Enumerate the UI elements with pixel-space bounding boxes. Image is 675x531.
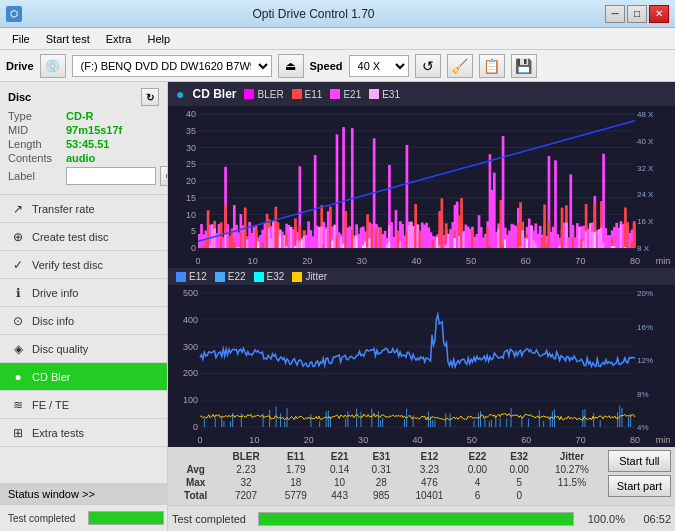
disc-header: Disc ↻: [8, 88, 159, 106]
stats-table: BLER E11 E21 E31 E12 E22 E32 Jitter Avg …: [172, 450, 604, 502]
stats-col-jitter: Jitter: [540, 450, 604, 463]
stats-col-e32: E32: [498, 450, 540, 463]
drive-bar: Drive 💿 (F:) BENQ DVD DD DW1620 B7W9 ⏏ S…: [0, 50, 675, 82]
sidebar-label-disc-info: Disc info: [32, 315, 74, 327]
sidebar-item-verify-test-disc[interactable]: ✓ Verify test disc: [0, 251, 167, 279]
status-window-label: Status window >>: [8, 488, 95, 500]
sidebar-item-create-test-disc[interactable]: ⊕ Create test disc: [0, 223, 167, 251]
disc-panel: Disc ↻ Type CD-R MID 97m15s17f Length 53…: [0, 82, 167, 195]
stats-max-jitter: 11.5%: [540, 476, 604, 489]
top-chart-canvas: [168, 106, 675, 268]
stats-total-e11: 5779: [273, 489, 319, 502]
disc-contents-label: Contents: [8, 152, 66, 164]
disc-title: Disc: [8, 91, 31, 103]
clear-icon[interactable]: 🧹: [447, 54, 473, 78]
stats-max-bler: 32: [219, 476, 273, 489]
stats-col-empty: [172, 450, 219, 463]
label-input[interactable]: [66, 167, 156, 185]
sidebar-label-verify-test-disc: Verify test disc: [32, 259, 103, 271]
stats-col-e21: E21: [319, 450, 361, 463]
disc-refresh-button[interactable]: ↻: [141, 88, 159, 106]
stats-max-label: Max: [172, 476, 219, 489]
sidebar-item-drive-info[interactable]: ℹ Drive info: [0, 279, 167, 307]
disc-type-label: Type: [8, 110, 66, 122]
speed-label: Speed: [310, 60, 343, 72]
transfer-rate-icon: ↗: [10, 202, 26, 216]
create-test-disc-icon: ⊕: [10, 230, 26, 244]
stats-col-bler: BLER: [219, 450, 273, 463]
disc-quality-icon: ◈: [10, 342, 26, 356]
legend-e22: E22: [215, 271, 246, 282]
disc-contents-value: audio: [66, 152, 95, 164]
bottom-bar: Test completed 100.0% 06:52: [168, 505, 675, 531]
legend-bler: BLER: [244, 89, 283, 100]
menu-help[interactable]: Help: [139, 31, 178, 47]
stats-max-row: Max 32 18 10 28 476 4 5 11.5%: [172, 476, 604, 489]
stats-max-e22: 4: [457, 476, 499, 489]
menu-extra[interactable]: Extra: [98, 31, 140, 47]
maximize-button[interactable]: □: [627, 5, 647, 23]
stats-avg-label: Avg: [172, 463, 219, 476]
bottom-complete-text: Test completed: [172, 513, 252, 525]
main-layout: Disc ↻ Type CD-R MID 97m15s17f Length 53…: [0, 82, 675, 531]
chart-title-icon: ●: [176, 86, 184, 102]
disc-type-row: Type CD-R: [8, 110, 159, 122]
stats-col-e31: E31: [360, 450, 402, 463]
status-window-button[interactable]: Status window >>: [0, 483, 168, 505]
stats-avg-jitter: 10.27%: [540, 463, 604, 476]
sidebar-nav: ↗ Transfer rate ⊕ Create test disc ✓ Ver…: [0, 195, 167, 531]
sidebar-item-extra-tests[interactable]: ⊞ Extra tests: [0, 419, 167, 447]
bottom-time-text: 06:52: [631, 513, 671, 525]
disc-mid-value: 97m15s17f: [66, 124, 122, 136]
fe-te-icon: ≋: [10, 398, 26, 412]
stats-col-e12: E12: [402, 450, 456, 463]
drive-info-icon: ℹ: [10, 286, 26, 300]
disc-type-value: CD-R: [66, 110, 94, 122]
menu-start-test[interactable]: Start test: [38, 31, 98, 47]
sidebar-label-extra-tests: Extra tests: [32, 427, 84, 439]
progress-bar-fill: [89, 512, 163, 524]
sidebar-item-fe-te[interactable]: ≋ FE / TE: [0, 391, 167, 419]
stats-avg-e22: 0.00: [457, 463, 499, 476]
disc-info-icon: ⊙: [10, 314, 26, 328]
stats-col-e11: E11: [273, 450, 319, 463]
stats-total-jitter: [540, 489, 604, 502]
eject-button[interactable]: ⏏: [278, 54, 304, 78]
copy-icon[interactable]: 📋: [479, 54, 505, 78]
title-bar: ⬡ Opti Drive Control 1.70 ─ □ ✕: [0, 0, 675, 28]
sidebar-item-disc-quality[interactable]: ◈ Disc quality: [0, 335, 167, 363]
legend-e32: E32: [254, 271, 285, 282]
refresh-speed-icon[interactable]: ↺: [415, 54, 441, 78]
menu-bar: File Start test Extra Help: [0, 28, 675, 50]
minimize-button[interactable]: ─: [605, 5, 625, 23]
start-part-button[interactable]: Start part: [608, 475, 671, 497]
chart-title: CD Bler: [192, 87, 236, 101]
menu-file[interactable]: File: [4, 31, 38, 47]
bottom-chart-header: E12 E22 E32 Jitter: [168, 268, 675, 285]
sidebar-item-disc-info[interactable]: ⊙ Disc info: [0, 307, 167, 335]
legend-e21-color: [330, 89, 340, 99]
extra-tests-icon: ⊞: [10, 426, 26, 440]
stats-col-e22: E22: [457, 450, 499, 463]
disc-mid-row: MID 97m15s17f: [8, 124, 159, 136]
stats-area: BLER E11 E21 E31 E12 E22 E32 Jitter Avg …: [168, 447, 675, 505]
drive-icon: 💿: [40, 54, 66, 78]
stats-avg-e21: 0.14: [319, 463, 361, 476]
stats-total-e21: 443: [319, 489, 361, 502]
legend-e32-color: [254, 272, 264, 282]
bottom-chart-canvas: [168, 285, 675, 447]
sidebar: Disc ↻ Type CD-R MID 97m15s17f Length 53…: [0, 82, 168, 531]
sidebar-item-cd-bler[interactable]: ● CD Bler: [0, 363, 167, 391]
label-settings-icon[interactable]: ⚙: [160, 166, 168, 186]
disc-contents-row: Contents audio: [8, 152, 159, 164]
sidebar-item-transfer-rate[interactable]: ↗ Transfer rate: [0, 195, 167, 223]
stats-buttons: Start full Start part: [608, 450, 671, 497]
stats-max-e21: 10: [319, 476, 361, 489]
speed-select[interactable]: 40 X: [349, 55, 409, 77]
cd-bler-icon: ●: [10, 370, 26, 384]
close-button[interactable]: ✕: [649, 5, 669, 23]
start-full-button[interactable]: Start full: [608, 450, 671, 472]
stats-avg-e31: 0.31: [360, 463, 402, 476]
drive-select[interactable]: (F:) BENQ DVD DD DW1620 B7W9: [72, 55, 272, 77]
save-icon[interactable]: 💾: [511, 54, 537, 78]
